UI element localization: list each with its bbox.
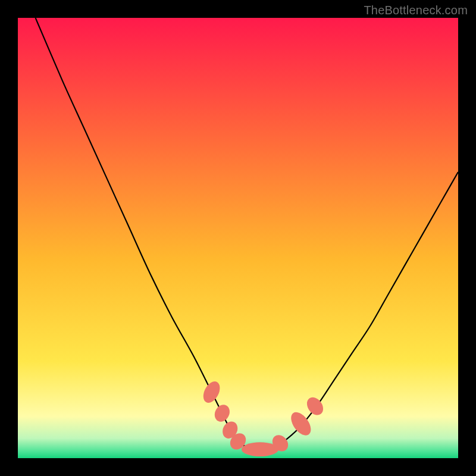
watermark-label: TheBottleneck.com [364,4,468,17]
plot-area [18,18,458,458]
chart-frame: TheBottleneck.com [0,0,476,476]
bottleneck-chart [18,18,458,458]
curve-marker [242,442,278,456]
gradient-background [18,18,458,458]
